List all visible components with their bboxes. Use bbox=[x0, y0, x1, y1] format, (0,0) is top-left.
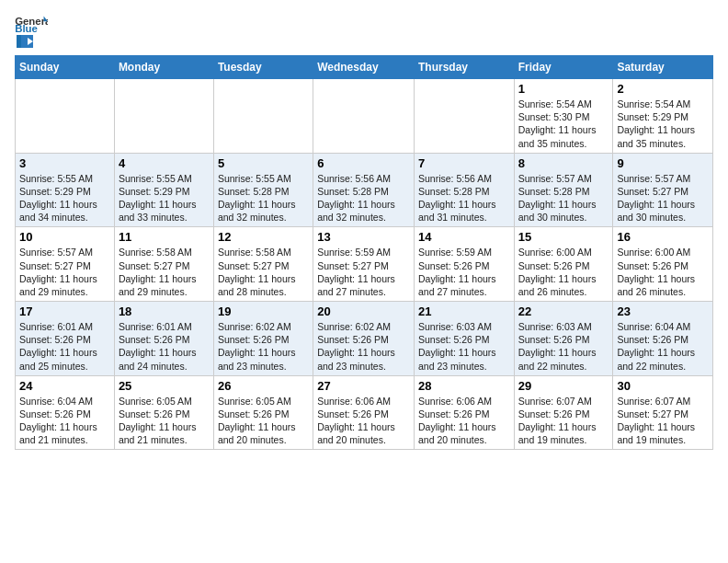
calendar-cell: 27Sunrise: 6:06 AMSunset: 5:26 PMDayligh… bbox=[313, 375, 415, 450]
day-info: Sunrise: 5:59 AMSunset: 5:26 PMDaylight:… bbox=[418, 246, 510, 298]
calendar-cell: 10Sunrise: 5:57 AMSunset: 5:27 PMDayligh… bbox=[16, 227, 115, 302]
calendar-cell bbox=[16, 79, 115, 154]
day-number: 27 bbox=[317, 379, 410, 393]
day-info: Sunrise: 5:57 AMSunset: 5:27 PMDaylight:… bbox=[617, 172, 709, 224]
calendar-week-row: 3Sunrise: 5:55 AMSunset: 5:29 PMDaylight… bbox=[16, 153, 713, 227]
day-number: 14 bbox=[418, 230, 510, 244]
day-info: Sunrise: 5:58 AMSunset: 5:27 PMDaylight:… bbox=[119, 246, 210, 298]
weekday-header-sunday: Sunday bbox=[16, 56, 115, 79]
day-info: Sunrise: 6:01 AMSunset: 5:26 PMDaylight:… bbox=[19, 320, 110, 373]
logo: General Blue bbox=[15, 15, 48, 48]
day-info: Sunrise: 5:55 AMSunset: 5:28 PMDaylight:… bbox=[218, 172, 309, 224]
day-info: Sunrise: 6:02 AMSunset: 5:26 PMDaylight:… bbox=[218, 320, 309, 373]
day-number: 5 bbox=[218, 156, 309, 170]
day-info: Sunrise: 5:56 AMSunset: 5:28 PMDaylight:… bbox=[418, 172, 510, 224]
day-number: 19 bbox=[218, 304, 309, 318]
logo-icon: General Blue bbox=[15, 15, 48, 33]
calendar-cell: 29Sunrise: 6:07 AMSunset: 5:26 PMDayligh… bbox=[514, 375, 613, 450]
calendar-cell: 13Sunrise: 5:59 AMSunset: 5:27 PMDayligh… bbox=[313, 227, 415, 302]
calendar-cell: 25Sunrise: 6:05 AMSunset: 5:26 PMDayligh… bbox=[114, 375, 213, 450]
day-number: 13 bbox=[317, 230, 410, 244]
logo-arrow-icon bbox=[17, 35, 33, 48]
day-number: 28 bbox=[418, 379, 510, 393]
day-number: 25 bbox=[119, 379, 210, 393]
calendar-cell: 24Sunrise: 6:04 AMSunset: 5:26 PMDayligh… bbox=[16, 375, 115, 450]
calendar-cell: 9Sunrise: 5:57 AMSunset: 5:27 PMDaylight… bbox=[613, 153, 713, 227]
day-number: 15 bbox=[518, 230, 609, 244]
day-number: 2 bbox=[617, 82, 709, 96]
day-number: 17 bbox=[19, 304, 110, 318]
calendar-week-row: 24Sunrise: 6:04 AMSunset: 5:26 PMDayligh… bbox=[16, 375, 713, 450]
calendar-week-row: 17Sunrise: 6:01 AMSunset: 5:26 PMDayligh… bbox=[16, 302, 713, 376]
day-info: Sunrise: 5:57 AMSunset: 5:27 PMDaylight:… bbox=[19, 246, 110, 298]
day-info: Sunrise: 6:01 AMSunset: 5:26 PMDaylight:… bbox=[119, 320, 210, 373]
day-info: Sunrise: 6:00 AMSunset: 5:26 PMDaylight:… bbox=[617, 246, 709, 298]
day-info: Sunrise: 6:07 AMSunset: 5:27 PMDaylight:… bbox=[617, 395, 709, 447]
calendar-cell: 1Sunrise: 5:54 AMSunset: 5:30 PMDaylight… bbox=[514, 79, 613, 154]
day-number: 16 bbox=[617, 230, 709, 244]
day-info: Sunrise: 6:07 AMSunset: 5:26 PMDaylight:… bbox=[518, 395, 609, 447]
day-number: 8 bbox=[518, 156, 609, 170]
calendar-cell: 14Sunrise: 5:59 AMSunset: 5:26 PMDayligh… bbox=[414, 227, 514, 302]
calendar-cell: 5Sunrise: 5:55 AMSunset: 5:28 PMDaylight… bbox=[213, 153, 313, 227]
calendar-cell: 22Sunrise: 6:03 AMSunset: 5:26 PMDayligh… bbox=[514, 302, 613, 376]
calendar-cell: 11Sunrise: 5:58 AMSunset: 5:27 PMDayligh… bbox=[114, 227, 213, 302]
page-header: General Blue bbox=[15, 15, 713, 48]
calendar-week-row: 1Sunrise: 5:54 AMSunset: 5:30 PMDaylight… bbox=[16, 79, 713, 154]
weekday-header-wednesday: Wednesday bbox=[313, 56, 415, 79]
day-info: Sunrise: 6:00 AMSunset: 5:26 PMDaylight:… bbox=[518, 246, 609, 298]
calendar-cell: 7Sunrise: 5:56 AMSunset: 5:28 PMDaylight… bbox=[414, 153, 514, 227]
day-info: Sunrise: 5:54 AMSunset: 5:29 PMDaylight:… bbox=[617, 98, 709, 150]
day-number: 26 bbox=[218, 379, 309, 393]
day-info: Sunrise: 5:55 AMSunset: 5:29 PMDaylight:… bbox=[119, 172, 210, 224]
calendar-cell: 26Sunrise: 6:05 AMSunset: 5:26 PMDayligh… bbox=[213, 375, 313, 450]
day-info: Sunrise: 6:06 AMSunset: 5:26 PMDaylight:… bbox=[317, 395, 410, 447]
calendar-cell: 30Sunrise: 6:07 AMSunset: 5:27 PMDayligh… bbox=[613, 375, 713, 450]
calendar-table: SundayMondayTuesdayWednesdayThursdayFrid… bbox=[15, 55, 713, 450]
day-info: Sunrise: 6:05 AMSunset: 5:26 PMDaylight:… bbox=[119, 395, 210, 447]
calendar-cell: 20Sunrise: 6:02 AMSunset: 5:26 PMDayligh… bbox=[313, 302, 415, 376]
day-info: Sunrise: 6:03 AMSunset: 5:26 PMDaylight:… bbox=[418, 320, 510, 373]
day-info: Sunrise: 6:02 AMSunset: 5:26 PMDaylight:… bbox=[317, 320, 410, 373]
day-info: Sunrise: 6:04 AMSunset: 5:26 PMDaylight:… bbox=[19, 395, 110, 447]
weekday-header-tuesday: Tuesday bbox=[213, 56, 313, 79]
calendar-cell: 4Sunrise: 5:55 AMSunset: 5:29 PMDaylight… bbox=[114, 153, 213, 227]
day-number: 11 bbox=[119, 230, 210, 244]
calendar-cell: 6Sunrise: 5:56 AMSunset: 5:28 PMDaylight… bbox=[313, 153, 415, 227]
day-info: Sunrise: 5:59 AMSunset: 5:27 PMDaylight:… bbox=[317, 246, 410, 298]
day-number: 20 bbox=[317, 304, 410, 318]
calendar-cell: 18Sunrise: 6:01 AMSunset: 5:26 PMDayligh… bbox=[114, 302, 213, 376]
day-info: Sunrise: 6:06 AMSunset: 5:26 PMDaylight:… bbox=[418, 395, 510, 447]
day-number: 1 bbox=[518, 82, 609, 96]
calendar-cell: 16Sunrise: 6:00 AMSunset: 5:26 PMDayligh… bbox=[613, 227, 713, 302]
day-info: Sunrise: 5:56 AMSunset: 5:28 PMDaylight:… bbox=[317, 172, 410, 224]
weekday-header-saturday: Saturday bbox=[613, 56, 713, 79]
day-number: 3 bbox=[19, 156, 110, 170]
day-number: 21 bbox=[418, 304, 510, 318]
calendar-cell bbox=[114, 79, 213, 154]
weekday-header-friday: Friday bbox=[514, 56, 613, 79]
calendar-cell: 3Sunrise: 5:55 AMSunset: 5:29 PMDaylight… bbox=[16, 153, 115, 227]
day-info: Sunrise: 5:58 AMSunset: 5:27 PMDaylight:… bbox=[218, 246, 309, 298]
day-number: 9 bbox=[617, 156, 709, 170]
calendar-cell: 19Sunrise: 6:02 AMSunset: 5:26 PMDayligh… bbox=[213, 302, 313, 376]
day-number: 22 bbox=[518, 304, 609, 318]
day-number: 4 bbox=[119, 156, 210, 170]
day-number: 7 bbox=[418, 156, 510, 170]
calendar-cell: 17Sunrise: 6:01 AMSunset: 5:26 PMDayligh… bbox=[16, 302, 115, 376]
calendar-cell bbox=[213, 79, 313, 154]
weekday-header-row: SundayMondayTuesdayWednesdayThursdayFrid… bbox=[16, 56, 713, 79]
weekday-header-monday: Monday bbox=[114, 56, 213, 79]
calendar-cell: 12Sunrise: 5:58 AMSunset: 5:27 PMDayligh… bbox=[213, 227, 313, 302]
day-number: 30 bbox=[617, 379, 709, 393]
day-info: Sunrise: 5:55 AMSunset: 5:29 PMDaylight:… bbox=[19, 172, 110, 224]
day-info: Sunrise: 6:05 AMSunset: 5:26 PMDaylight:… bbox=[218, 395, 309, 447]
day-info: Sunrise: 5:57 AMSunset: 5:28 PMDaylight:… bbox=[518, 172, 609, 224]
calendar-cell: 28Sunrise: 6:06 AMSunset: 5:26 PMDayligh… bbox=[414, 375, 514, 450]
day-number: 29 bbox=[518, 379, 609, 393]
calendar-cell: 8Sunrise: 5:57 AMSunset: 5:28 PMDaylight… bbox=[514, 153, 613, 227]
day-number: 23 bbox=[617, 304, 709, 318]
calendar-cell: 2Sunrise: 5:54 AMSunset: 5:29 PMDaylight… bbox=[613, 79, 713, 154]
calendar-cell bbox=[414, 79, 514, 154]
day-info: Sunrise: 6:03 AMSunset: 5:26 PMDaylight:… bbox=[518, 320, 609, 373]
